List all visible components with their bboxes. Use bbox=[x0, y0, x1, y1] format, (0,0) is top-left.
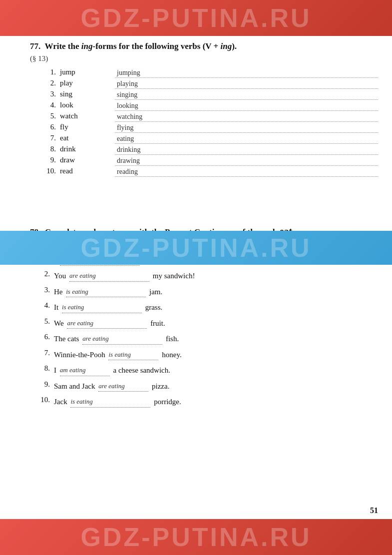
verb-answer-3: singing bbox=[117, 91, 137, 98]
fill-10: is eating bbox=[70, 396, 150, 408]
sent-content-3: He is eating jam. bbox=[54, 284, 378, 299]
verb-answer-wrap-10: reading bbox=[115, 166, 378, 177]
sent-answer-7: is eating bbox=[108, 351, 130, 358]
sent-content-6: The cats are eating fish. bbox=[54, 331, 378, 346]
sent-content-7: Winnie-the-Pooh is eating honey. bbox=[54, 347, 378, 362]
sent-answer-6: are eating bbox=[82, 335, 109, 342]
sent-answer-3: is eating bbox=[66, 288, 88, 295]
sent-content-9: Sam and Jack are eating pizza. bbox=[54, 379, 378, 394]
sent-content-10: Jack is eating porridge. bbox=[54, 394, 378, 409]
sent-answer-8: am eating bbox=[60, 366, 86, 374]
fill-7: is eating bbox=[108, 349, 158, 361]
ex77-ing: ing bbox=[81, 41, 93, 51]
verb-word-8: drink bbox=[60, 144, 115, 155]
ex77-number: 77. bbox=[30, 41, 40, 51]
verb-answer-wrap-7: eating bbox=[115, 133, 378, 144]
verb-word-5: watch bbox=[60, 111, 115, 122]
page-number: 51 bbox=[370, 506, 378, 515]
verb-answer-wrap-2: playing bbox=[115, 78, 378, 89]
verb-num-9: 9. bbox=[30, 155, 60, 166]
fill-4: is eating bbox=[62, 301, 142, 313]
fill-2: are eating bbox=[69, 270, 149, 282]
verb-word-7: eat bbox=[60, 133, 115, 144]
sent-answer-10: is eating bbox=[70, 398, 92, 405]
verb-answer-10: reading bbox=[117, 168, 138, 175]
verb-num-3: 3. bbox=[30, 89, 60, 100]
verb-answer-wrap-9: drawing bbox=[115, 155, 378, 166]
sent-num-3: 3. bbox=[30, 284, 54, 299]
fill-8: am eating bbox=[60, 364, 110, 376]
verb-answer-1: jumping bbox=[117, 69, 140, 76]
verb-answer-9: drawing bbox=[117, 157, 140, 164]
sent-content-5: We are eating fruit. bbox=[54, 316, 378, 331]
ex77-ing2: ing bbox=[220, 41, 232, 51]
banner-top: GDZ-PUTINA.RU bbox=[0, 0, 392, 36]
verb-word-3: sing bbox=[60, 89, 115, 100]
page: GDZ-PUTINA.RU GDZ-PUTINA.RU GDZ-PUTINA.R… bbox=[0, 0, 392, 555]
verb-word-1: jump bbox=[60, 67, 115, 78]
verb-num-5: 5. bbox=[30, 111, 60, 122]
top-watermark-text: GDZ-PUTINA.RU bbox=[9, 3, 383, 33]
sent-num-6: 6. bbox=[30, 331, 54, 346]
verb-num-4: 4. bbox=[30, 100, 60, 111]
verb-answer-7: eating bbox=[117, 135, 134, 142]
verb-answer-wrap-1: jumping bbox=[115, 67, 378, 78]
verb-word-4: look bbox=[60, 100, 115, 111]
verb-answer-6: flying bbox=[117, 124, 133, 131]
sent-num-8: 8. bbox=[30, 363, 54, 378]
sent-answer-2: are eating bbox=[69, 272, 96, 279]
verb-num-7: 7. bbox=[30, 133, 60, 144]
verb-answer-8: drinking bbox=[117, 146, 140, 153]
verb-answer-4: looking bbox=[117, 102, 138, 109]
sent-answer-5: are eating bbox=[67, 319, 93, 327]
verb-num-6: 6. bbox=[30, 122, 60, 133]
fill-9: are eating bbox=[98, 380, 148, 392]
sent-num-7: 7. bbox=[30, 347, 54, 362]
verb-num-10: 10. bbox=[30, 166, 60, 177]
sentence-list: 1. I am eating an apple. 2. You are eati… bbox=[30, 253, 378, 409]
sent-num-2: 2. bbox=[30, 268, 54, 283]
verb-num-8: 8. bbox=[30, 144, 60, 155]
sent-answer-9: are eating bbox=[98, 382, 125, 390]
verb-answer-wrap-8: drinking bbox=[115, 144, 378, 155]
verb-word-10: read bbox=[60, 166, 115, 177]
verb-answer-wrap-5: watching bbox=[115, 111, 378, 122]
bottom-watermark-text: GDZ-PUTINA.RU bbox=[9, 522, 383, 552]
sent-content-2: You are eating my sandwich! bbox=[54, 268, 378, 283]
content-area: 77. Write the ing-forms for the followin… bbox=[0, 36, 392, 519]
verb-word-6: fly bbox=[60, 122, 115, 133]
verb-word-9: draw bbox=[60, 155, 115, 166]
exercise-77: 77. Write the ing-forms for the followin… bbox=[30, 41, 378, 177]
ex77-header: 77. Write the ing-forms for the followin… bbox=[30, 41, 378, 52]
fill-5: are eating bbox=[67, 317, 147, 329]
sent-num-4: 4. bbox=[30, 300, 54, 315]
verb-num-1: 1. bbox=[30, 67, 60, 78]
verb-list: 1. jump jumping 2. play playing 3. sing … bbox=[30, 67, 378, 177]
fill-3: is eating bbox=[66, 286, 146, 298]
sent-answer-4: is eating bbox=[62, 303, 84, 311]
ex77-section: (§ 13) bbox=[30, 54, 378, 63]
verb-answer-wrap-4: looking bbox=[115, 100, 378, 111]
verb-word-2: play bbox=[60, 78, 115, 89]
verb-num-2: 2. bbox=[30, 78, 60, 89]
verb-answer-wrap-6: flying bbox=[115, 122, 378, 133]
sent-content-8: I am eating a cheese sandwich. bbox=[54, 363, 378, 378]
sent-num-10: 10. bbox=[30, 394, 54, 409]
verb-answer-2: playing bbox=[117, 80, 138, 87]
sent-num-5: 5. bbox=[30, 316, 54, 331]
banner-mid: GDZ-PUTINA.RU bbox=[0, 231, 392, 265]
mid-watermark-text: GDZ-PUTINA.RU bbox=[9, 233, 383, 263]
fill-6: are eating bbox=[82, 333, 162, 345]
banner-bottom: GDZ-PUTINA.RU bbox=[0, 519, 392, 555]
verb-answer-wrap-3: singing bbox=[115, 89, 378, 100]
sent-num-9: 9. bbox=[30, 379, 54, 394]
verb-answer-5: watching bbox=[117, 113, 142, 120]
sent-content-4: It is eating grass. bbox=[54, 300, 378, 315]
